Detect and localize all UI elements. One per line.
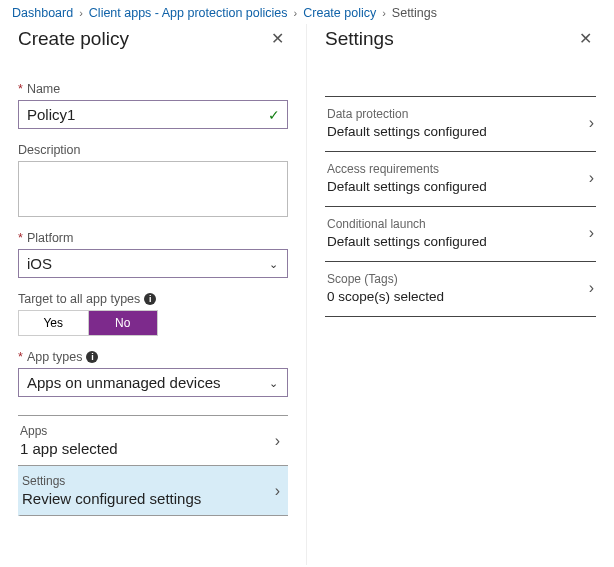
access-requirements-row[interactable]: Access requirements Default settings con… — [325, 152, 596, 207]
section-label: Settings — [22, 474, 201, 488]
row-title: Scope (Tags) — [327, 272, 444, 286]
row-title: Conditional launch — [327, 217, 487, 231]
app-types-label: App types i — [18, 350, 288, 364]
breadcrumb-link[interactable]: Dashboard — [12, 6, 73, 20]
row-title: Data protection — [327, 107, 487, 121]
chevron-right-icon: › — [79, 7, 83, 19]
section-label: Apps — [20, 424, 118, 438]
description-label: Description — [18, 143, 288, 157]
panel-title: Settings — [325, 28, 394, 50]
close-icon[interactable]: ✕ — [575, 29, 596, 49]
target-label: Target to all app types i — [18, 292, 288, 306]
name-input[interactable] — [18, 100, 288, 129]
chevron-right-icon: › — [589, 224, 594, 242]
scope-tags-row[interactable]: Scope (Tags) 0 scope(s) selected › — [325, 262, 596, 317]
row-sub: Default settings configured — [327, 124, 487, 139]
panel-title: Create policy — [18, 28, 129, 50]
breadcrumb-link[interactable]: Create policy — [303, 6, 376, 20]
conditional-launch-row[interactable]: Conditional launch Default settings conf… — [325, 207, 596, 262]
check-icon: ✓ — [268, 107, 280, 123]
app-types-select[interactable]: Apps on unmanaged devices — [18, 368, 288, 397]
row-sub: Default settings configured — [327, 234, 487, 249]
breadcrumb: Dashboard › Client apps - App protection… — [0, 0, 614, 24]
settings-section[interactable]: Settings Review configured settings › — [18, 466, 288, 516]
chevron-right-icon: › — [294, 7, 298, 19]
breadcrumb-link[interactable]: Client apps - App protection policies — [89, 6, 288, 20]
close-icon[interactable]: ✕ — [267, 29, 288, 49]
row-sub: Default settings configured — [327, 179, 487, 194]
platform-label: Platform — [18, 231, 288, 245]
description-input[interactable] — [18, 161, 288, 217]
chevron-right-icon: › — [589, 169, 594, 187]
info-icon[interactable]: i — [86, 351, 98, 363]
toggle-no[interactable]: No — [88, 311, 158, 335]
settings-panel: Settings ✕ Data protection Default setti… — [307, 24, 614, 565]
row-title: Access requirements — [327, 162, 487, 176]
platform-select[interactable]: iOS — [18, 249, 288, 278]
section-value: 1 app selected — [20, 440, 118, 457]
data-protection-row[interactable]: Data protection Default settings configu… — [325, 97, 596, 152]
create-policy-panel: Create policy ✕ Name ✓ Description Platf… — [0, 24, 307, 565]
chevron-right-icon: › — [589, 114, 594, 132]
chevron-right-icon: › — [589, 279, 594, 297]
toggle-yes[interactable]: Yes — [19, 311, 88, 335]
target-toggle: Yes No — [18, 310, 158, 336]
info-icon[interactable]: i — [144, 293, 156, 305]
name-label: Name — [18, 82, 288, 96]
chevron-right-icon: › — [275, 482, 284, 500]
apps-section[interactable]: Apps 1 app selected › — [18, 416, 288, 466]
breadcrumb-current: Settings — [392, 6, 437, 20]
chevron-right-icon: › — [275, 432, 284, 450]
chevron-right-icon: › — [382, 7, 386, 19]
section-value: Review configured settings — [22, 490, 201, 507]
row-sub: 0 scope(s) selected — [327, 289, 444, 304]
